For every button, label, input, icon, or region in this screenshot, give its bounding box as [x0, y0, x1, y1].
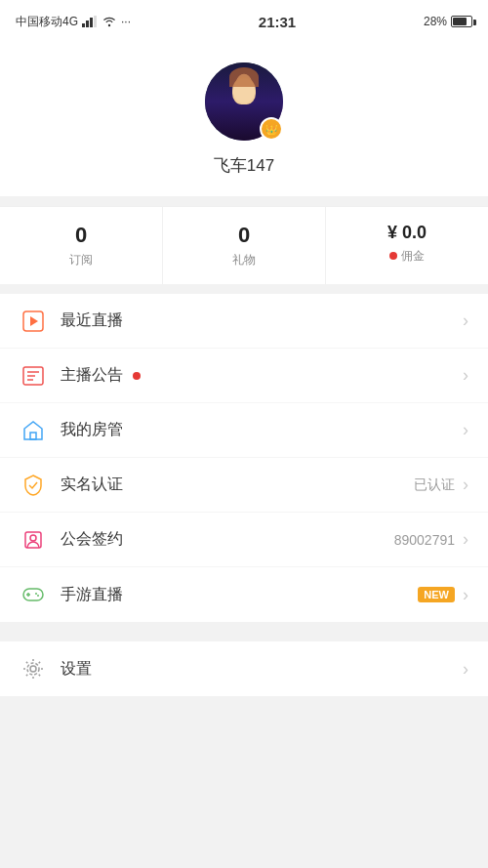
settings-gear-icon — [20, 655, 47, 682]
gamepad-icon — [20, 581, 47, 608]
chevron-icon: › — [463, 420, 468, 440]
real-name-extra: 已认证 — [414, 476, 455, 494]
svg-point-18 — [37, 595, 39, 597]
status-right: 28% — [424, 15, 472, 28]
stats-row: 0 订阅 0 礼物 ¥ 0.0 佣金 — [0, 206, 488, 284]
signal-icon — [82, 16, 98, 27]
stat-subscribe[interactable]: 0 订阅 — [0, 207, 163, 284]
chevron-icon: › — [463, 659, 468, 680]
chevron-icon: › — [463, 585, 468, 605]
chevron-icon: › — [463, 475, 468, 495]
svg-point-19 — [30, 666, 36, 672]
status-bar: 中国移动4G ··· 21:31 28% — [0, 0, 488, 43]
menu-item-real-name[interactable]: 实名认证 已认证 › — [0, 458, 488, 513]
new-badge: NEW — [418, 587, 455, 602]
menu-item-settings[interactable]: 设置 › — [0, 641, 488, 696]
svg-point-17 — [35, 593, 37, 595]
menu-item-guild-contract[interactable]: 公会签约 89002791 › — [0, 513, 488, 567]
svg-rect-0 — [82, 23, 85, 27]
menu-section: 最近直播 › 主播公告 › 我的房管 › — [0, 294, 488, 622]
avatar-badge: 👑 — [260, 117, 283, 141]
gift-value: 0 — [238, 223, 250, 248]
room-manager-label: 我的房管 — [61, 420, 463, 440]
wifi-icon — [102, 16, 117, 27]
svg-rect-3 — [94, 16, 97, 27]
svg-point-13 — [30, 535, 36, 541]
settings-section: 设置 › — [0, 641, 488, 696]
carrier-text: 中国移动4G — [16, 14, 78, 30]
username: 飞车147 — [214, 154, 274, 177]
extra-dots: ··· — [121, 15, 131, 28]
battery-percent: 28% — [424, 15, 447, 28]
chevron-icon: › — [463, 310, 468, 331]
subscribe-label: 订阅 — [69, 252, 93, 269]
profile-section: 👑 飞车147 — [0, 43, 488, 196]
shield-icon — [20, 472, 47, 499]
play-icon — [20, 308, 47, 335]
notice-red-dot — [133, 372, 141, 380]
menu-item-anchor-notice[interactable]: 主播公告 › — [0, 349, 488, 403]
chevron-icon: › — [463, 529, 468, 550]
stat-commission[interactable]: ¥ 0.0 佣金 — [326, 207, 488, 284]
svg-rect-1 — [86, 21, 89, 27]
svg-point-20 — [27, 663, 39, 675]
stat-gift[interactable]: 0 礼物 — [163, 207, 326, 284]
badge-icon: 👑 — [265, 124, 277, 135]
svg-marker-6 — [30, 316, 38, 326]
anchor-notice-label: 主播公告 — [61, 365, 463, 386]
divider-2 — [0, 632, 488, 641]
svg-rect-2 — [90, 18, 93, 27]
real-name-label: 实名认证 — [61, 475, 414, 495]
guild-contract-label: 公会签约 — [61, 529, 394, 550]
commission-label: 佣金 — [389, 248, 425, 265]
chevron-icon: › — [463, 365, 468, 386]
mobile-game-label: 手游直播 — [61, 585, 418, 605]
guild-icon — [20, 526, 47, 554]
status-left: 中国移动4G ··· — [16, 14, 131, 30]
svg-rect-11 — [30, 433, 36, 439]
time-display: 21:31 — [259, 14, 296, 30]
subscribe-value: 0 — [75, 223, 87, 248]
settings-label: 设置 — [61, 659, 463, 680]
commission-dot — [389, 252, 397, 260]
menu-item-room-manager[interactable]: 我的房管 › — [0, 403, 488, 458]
avatar-wrapper[interactable]: 👑 — [205, 62, 283, 141]
guild-extra: 89002791 — [394, 532, 455, 548]
menu-item-recent-broadcast[interactable]: 最近直播 › — [0, 294, 488, 349]
menu-item-mobile-game[interactable]: 手游直播 NEW › — [0, 567, 488, 622]
house-icon — [20, 417, 47, 444]
gift-label: 礼物 — [232, 252, 256, 269]
battery-icon — [451, 16, 472, 27]
notice-icon — [20, 362, 47, 390]
svg-point-4 — [108, 24, 110, 26]
commission-value: ¥ 0.0 — [387, 223, 427, 244]
recent-broadcast-label: 最近直播 — [61, 310, 463, 331]
divider-1 — [0, 284, 488, 294]
